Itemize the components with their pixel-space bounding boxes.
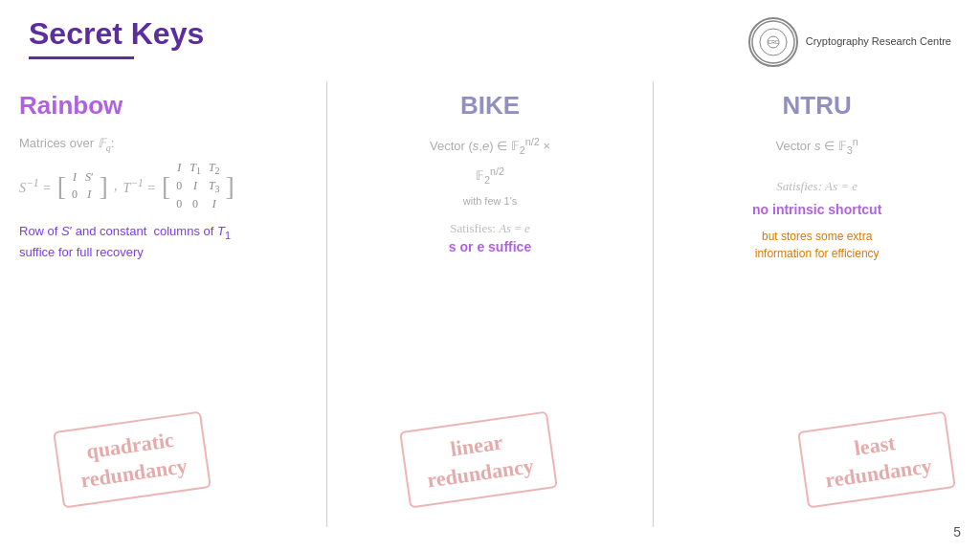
ntru-satisfies-label: Satisfies: As = e <box>673 177 961 196</box>
bike-title: BIKE <box>460 91 520 121</box>
t-matrix-open: [ <box>162 173 170 200</box>
comma-separator: , <box>114 176 118 196</box>
bike-body: Vector (s,e) ∈ 𝔽2n/2 × 𝔽2n/2 with few 1'… <box>346 134 635 265</box>
bike-vector-label: Vector (s,e) ∈ 𝔽2n/2 × <box>346 134 635 158</box>
s-matrix-close: ] <box>100 173 108 200</box>
s-matrix-open: [ <box>57 173 66 200</box>
logo-text: Cryptography Research Centre <box>806 34 951 49</box>
t-inverse-label: T−1 = <box>122 175 155 198</box>
s-matrix-content: I S′ 0 I <box>72 170 94 202</box>
logo-icon: CRC <box>748 17 798 67</box>
ntru-spacer <box>673 164 961 177</box>
bike-satisfies-strikethrough: Satisfies: As = e <box>450 221 530 235</box>
t-matrix-close: ] <box>226 173 234 200</box>
bike-vector-label2: 𝔽2n/2 <box>346 164 635 187</box>
bike-satisfies-overlay: s or e suffice <box>346 237 635 257</box>
rainbow-body: Matrices over 𝔽q: S−1 = [ I S′ 0 I ] , T… <box>19 134 307 267</box>
column-ntru: NTRU Vector s ∈ 𝔽3n Satisfies: As = e no… <box>654 81 980 527</box>
ntru-no-shortcut: no intrinsic shortcut <box>673 200 961 220</box>
column-bike: BIKE Vector (s,e) ∈ 𝔽2n/2 × 𝔽2n/2 with f… <box>327 81 655 527</box>
svg-text:CRC: CRC <box>768 39 778 45</box>
bike-satisfies-block: Satisfies: As = e s or e suffice <box>346 219 635 258</box>
rainbow-title: Rainbow <box>19 91 122 121</box>
ntru-extra-info: but stores some extrainformation for eff… <box>673 228 961 262</box>
column-rainbow: Rainbow Matrices over 𝔽q: S−1 = [ I S′ 0… <box>0 81 327 527</box>
bike-satisfies-top: Satisfies: As = e <box>346 219 635 238</box>
bike-stamp: linearredundancy <box>399 410 558 508</box>
rainbow-field: 𝔽q <box>98 136 111 150</box>
ntru-title: NTRU <box>673 91 961 121</box>
rainbow-matrix-display: S−1 = [ I S′ 0 I ] , T−1 = [ I T1 T2 0 I <box>19 161 307 212</box>
header: Secret Keys CRC Cryptography Research Ce… <box>0 0 980 77</box>
rainbow-highlight: Row of S′ and constant columns of T1 suf… <box>19 222 307 261</box>
s-inverse-label: S−1 = <box>19 175 52 198</box>
rainbow-stamp: quadraticredundancy <box>53 410 212 508</box>
t-matrix-content: I T1 T2 0 I T3 0 0 I <box>176 161 219 212</box>
page-title: Secret Keys <box>29 17 204 51</box>
title-underline <box>29 56 134 59</box>
title-block: Secret Keys <box>29 17 204 59</box>
main-content: Rainbow Matrices over 𝔽q: S−1 = [ I S′ 0… <box>0 81 980 527</box>
ntru-vector-label: Vector s ∈ 𝔽3n <box>673 134 961 158</box>
page-number: 5 <box>953 524 961 540</box>
ntru-body: Vector s ∈ 𝔽3n Satisfies: As = e no intr… <box>673 134 961 266</box>
bike-few-ones: with few 1's <box>346 193 635 209</box>
ntru-stamp: leastredundancy <box>797 410 956 508</box>
rainbow-matrices-label: Matrices over 𝔽q: <box>19 134 307 155</box>
logo-area: CRC Cryptography Research Centre <box>748 17 951 67</box>
